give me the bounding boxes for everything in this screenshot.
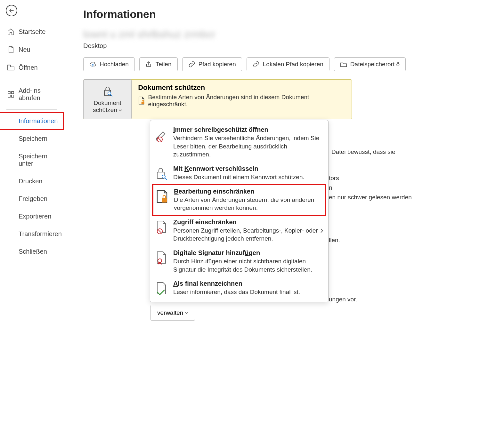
menu-item-digital-signature[interactable]: Digitale Signatur hinzufügen Durch Hinzu… bbox=[150, 246, 328, 277]
menu-item-title: Als final kennzeichnen bbox=[173, 280, 322, 287]
menu-item-desc: Die Arten von Änderungen steuern, die vo… bbox=[174, 196, 322, 212]
sidebar-item-addins[interactable]: Add-Ins abrufen bbox=[0, 82, 64, 107]
sidebar-item-label: Öffnen bbox=[19, 64, 38, 71]
menu-item-restrict-access[interactable]: Zugriff einschränken Personen Zugriff er… bbox=[150, 215, 328, 246]
home-icon bbox=[7, 28, 15, 36]
document-lock-warning-icon bbox=[138, 97, 145, 105]
upload-cloud-icon bbox=[89, 61, 96, 68]
protect-document-panel: Dokument schützen Dokument schützen Best… bbox=[83, 79, 352, 119]
sidebar-item-label: Transformieren bbox=[19, 230, 62, 238]
sidebar-item-label: Schließen bbox=[19, 248, 47, 255]
sidebar-item-drucken[interactable]: Drucken bbox=[0, 172, 64, 190]
svg-rect-0 bbox=[8, 91, 10, 94]
bg-text: n bbox=[329, 184, 332, 191]
new-document-icon bbox=[7, 46, 15, 53]
pencil-prohibit-icon bbox=[154, 127, 169, 142]
panel-message: Bestimmte Arten von Änderungen sind in d… bbox=[148, 94, 345, 108]
page-title: Informationen bbox=[83, 8, 504, 20]
document-path: Desktop bbox=[83, 42, 504, 50]
panel-heading: Dokument schützen bbox=[138, 83, 345, 92]
sidebar-item-oeffnen[interactable]: Öffnen bbox=[0, 59, 64, 76]
svg-rect-1 bbox=[12, 91, 14, 94]
document-lock-icon bbox=[155, 189, 169, 204]
open-location-button[interactable]: Dateispeicherort ö bbox=[334, 57, 406, 71]
sidebar-item-schliessen[interactable]: Schließen bbox=[0, 243, 64, 260]
sidebar-item-transformieren[interactable]: Transformieren bbox=[0, 225, 64, 243]
svg-point-5 bbox=[108, 91, 111, 94]
button-label: Hochladen bbox=[100, 61, 129, 68]
sidebar-item-speichern[interactable]: Speichern bbox=[0, 130, 64, 147]
copy-local-path-button[interactable]: Lokalen Pfad kopieren bbox=[247, 57, 329, 71]
chevron-down-icon bbox=[185, 311, 188, 314]
sidebar-item-label: Drucken bbox=[19, 178, 42, 185]
sidebar: Startseite Neu Öffnen Add-Ins abrufen In… bbox=[0, 0, 64, 445]
bg-text: ungen vor. bbox=[329, 296, 357, 303]
document-prohibit-icon bbox=[154, 220, 169, 234]
link-icon bbox=[253, 61, 260, 68]
lock-key-icon bbox=[154, 166, 169, 181]
copy-path-button[interactable]: Pfad kopieren bbox=[182, 57, 242, 71]
share-icon bbox=[145, 61, 152, 68]
share-button[interactable]: Teilen bbox=[139, 57, 178, 71]
protect-document-dropdown-button[interactable]: Dokument schützen bbox=[83, 79, 132, 119]
menu-item-title: Immer schreibgeschützt öffnen bbox=[173, 126, 322, 133]
document-check-icon bbox=[154, 281, 169, 296]
sidebar-item-label: Speichern bbox=[19, 135, 47, 142]
menu-item-readonly[interactable]: Immer schreibgeschützt öffnen Verhindern… bbox=[150, 123, 328, 162]
sidebar-item-neu[interactable]: Neu bbox=[0, 41, 64, 59]
menu-item-desc: Leser informieren, dass das Dokument fin… bbox=[173, 288, 322, 296]
back-button[interactable] bbox=[6, 5, 17, 16]
folder-open-icon bbox=[340, 61, 347, 68]
svg-rect-2 bbox=[8, 95, 10, 97]
menu-item-desc: Verhindern Sie versehentliche Änderungen… bbox=[173, 134, 322, 159]
sidebar-item-label: Informationen bbox=[19, 117, 58, 125]
document-ribbon-icon bbox=[154, 250, 169, 265]
menu-item-restrict-editing[interactable]: Bearbeitung einschränken Die Arten von Ä… bbox=[152, 184, 326, 216]
chevron-down-icon bbox=[119, 109, 122, 112]
link-icon bbox=[188, 61, 195, 68]
menu-item-desc: Personen Zugriff erteilen, Bearbeitungs-… bbox=[173, 226, 322, 243]
menu-item-title: Mit Kennwort verschlüsseln bbox=[173, 165, 322, 172]
divider bbox=[6, 79, 57, 79]
divider bbox=[6, 109, 57, 110]
protect-document-dropdown-menu: Immer schreibgeschützt öffnen Verhindern… bbox=[150, 120, 329, 302]
svg-rect-10 bbox=[162, 198, 167, 203]
button-label: Teilen bbox=[156, 61, 172, 68]
sidebar-item-label: Exportieren bbox=[19, 213, 51, 220]
sidebar-item-label: Startseite bbox=[19, 28, 45, 36]
button-label: Lokalen Pfad kopieren bbox=[263, 61, 323, 68]
menu-item-desc: Durch Hinzufügen einer nicht sichtbaren … bbox=[173, 257, 322, 274]
menu-item-title: Zugriff einschränken bbox=[173, 219, 322, 226]
manage-dropdown-button[interactable]: verwalten bbox=[150, 306, 195, 321]
sidebar-item-informationen[interactable]: Informationen bbox=[0, 112, 64, 130]
sidebar-item-speichern-unter[interactable]: Speichern unter bbox=[0, 147, 64, 172]
main-content: Informationen lownt u zml shrlbshuz zrmb… bbox=[64, 0, 504, 445]
button-label: Dateispeicherort ö bbox=[350, 61, 400, 68]
bg-text: en nur schwer gelesen werden bbox=[329, 194, 412, 201]
menu-item-desc: Dieses Dokument mit einem Kennwort schüt… bbox=[173, 173, 322, 181]
button-label: verwalten bbox=[157, 309, 183, 316]
sidebar-item-startseite[interactable]: Startseite bbox=[0, 23, 64, 41]
sidebar-item-label: Add-Ins abrufen bbox=[19, 87, 64, 102]
bg-text: Datei bewusst, dass sie bbox=[331, 148, 395, 155]
document-title-obscured: lownt u zml shrlbshuz zrmbcr bbox=[83, 28, 504, 40]
sidebar-item-freigeben[interactable]: Freigeben bbox=[0, 190, 64, 208]
svg-point-9 bbox=[162, 175, 165, 178]
menu-item-mark-final[interactable]: Als final kennzeichnen Leser informieren… bbox=[150, 277, 328, 299]
chevron-right-icon bbox=[320, 228, 324, 233]
menu-item-title: Bearbeitung einschränken bbox=[174, 188, 322, 195]
button-label-line1: Dokument bbox=[93, 99, 121, 106]
lock-key-icon bbox=[102, 85, 114, 97]
svg-rect-3 bbox=[12, 95, 14, 97]
button-row: Hochladen Teilen Pfad kopieren Lokalen P… bbox=[83, 57, 504, 71]
sidebar-item-label: Neu bbox=[19, 46, 30, 53]
svg-rect-6 bbox=[142, 102, 144, 104]
bg-text: llen. bbox=[329, 237, 340, 244]
sidebar-item-exportieren[interactable]: Exportieren bbox=[0, 208, 64, 225]
sidebar-item-label: Speichern unter bbox=[19, 153, 64, 167]
upload-button[interactable]: Hochladen bbox=[83, 57, 135, 71]
bg-text: tors bbox=[329, 175, 339, 182]
sidebar-item-label: Freigeben bbox=[19, 195, 47, 203]
folder-open-icon bbox=[7, 64, 15, 71]
menu-item-encrypt-password[interactable]: Mit Kennwort verschlüsseln Dieses Dokume… bbox=[150, 162, 328, 185]
